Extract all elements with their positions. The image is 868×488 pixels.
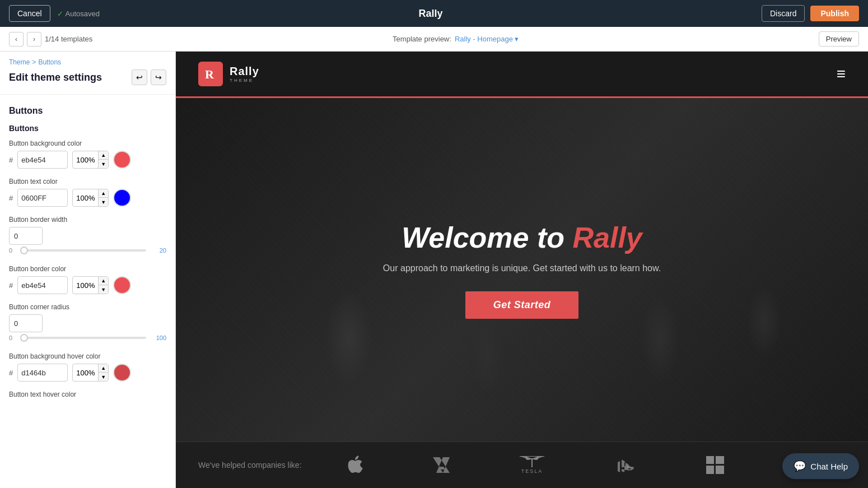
bg-hover-hex-input[interactable] [17, 364, 68, 382]
border-width-field: Button border width 0 20 [9, 216, 166, 256]
subsection-heading: Buttons [9, 124, 166, 133]
slider2-max-label: 100 [151, 334, 166, 341]
bg-color-hex-input[interactable] [17, 151, 68, 169]
bg-opacity-down-button[interactable]: ▼ [98, 160, 108, 169]
hero-title: Welcome to Rally [383, 221, 661, 254]
text-color-opacity-input[interactable] [73, 194, 98, 202]
corner-radius-input[interactable] [9, 314, 43, 332]
chat-icon: 💬 [794, 460, 806, 472]
svg-rect-3 [706, 456, 714, 464]
buttons-section: Buttons Buttons Button background color … [0, 97, 175, 398]
hero-content: Welcome to Rally Our approach to marketi… [383, 221, 661, 319]
adobe-logo [433, 457, 450, 473]
template-link[interactable]: Rally - Homepage ▾ [455, 35, 519, 43]
autosaved-indicator: ✓ Autosaved [57, 10, 100, 18]
border-color-hex-input[interactable] [17, 276, 68, 294]
windows-logo [706, 456, 724, 474]
border-opacity-up-button[interactable]: ▲ [98, 276, 108, 285]
bg-hover-color-label: Button background hover color [9, 352, 166, 360]
rally-logo-name: Rally [230, 65, 259, 78]
text-color-label: Button text color [9, 178, 166, 185]
bg-color-label: Button background color [9, 140, 166, 147]
chat-help-button[interactable]: 💬 Chat Help [782, 453, 859, 479]
breadcrumb: Theme > Buttons [0, 52, 175, 67]
text-opacity-down-button[interactable]: ▼ [98, 198, 108, 207]
svg-rect-6 [716, 466, 724, 474]
breadcrumb-theme-link[interactable]: Theme [9, 58, 30, 66]
next-template-button[interactable]: › [27, 32, 41, 47]
bg-hover-color-row: # ▲ ▼ [9, 364, 166, 382]
svg-rect-4 [716, 456, 724, 464]
bg-color-opacity-input[interactable] [73, 156, 98, 164]
check-icon: ✓ [57, 10, 63, 18]
section-heading: Buttons [9, 106, 166, 116]
text-color-row: # ▲ ▼ [9, 189, 166, 207]
rally-logo-text-wrap: Rally THEME [230, 65, 259, 83]
preview-button[interactable]: Preview [819, 31, 859, 47]
redo-button[interactable]: ↪ [151, 69, 166, 85]
border-opacity-down-button[interactable]: ▼ [98, 285, 108, 294]
breadcrumb-buttons: Buttons [38, 58, 61, 66]
text-color-opacity-wrap: ▲ ▼ [72, 189, 109, 207]
discard-button[interactable]: Discard [762, 5, 805, 22]
rally-footer: We've helped companies like: [176, 441, 868, 488]
border-width-slider-row: 0 20 [9, 245, 166, 256]
hamburger-icon[interactable]: ≡ [837, 65, 846, 83]
text-opacity-up-button[interactable]: ▲ [98, 189, 108, 198]
border-color-label: Button border color [9, 265, 166, 273]
footer-logos: TESLA [324, 456, 846, 475]
top-bar-right: Discard Publish [762, 5, 859, 22]
corner-radius-label: Button corner radius [9, 303, 166, 311]
text-color-hex-input[interactable] [17, 189, 68, 207]
corner-radius-slider[interactable] [20, 337, 146, 339]
border-width-input[interactable] [9, 227, 43, 245]
bg-hover-opacity-up-button[interactable]: ▲ [98, 364, 108, 373]
sidebar-edit-title: Edit theme settings [9, 72, 102, 83]
publish-button[interactable]: Publish [810, 6, 859, 21]
template-count: 1/14 templates [45, 35, 92, 43]
border-width-label: Button border width [9, 216, 166, 224]
bg-hover-color-swatch[interactable] [113, 364, 131, 382]
top-bar: Cancel ✓ Autosaved Rally Discard Publish [0, 0, 868, 27]
get-started-button[interactable]: Get Started [465, 291, 579, 319]
rally-logo-icon: R [198, 62, 223, 86]
rally-site-preview: R Rally THEME ≡ Welcome to Rally [176, 52, 868, 488]
preview-area: R Rally THEME ≡ Welcome to Rally [176, 52, 868, 488]
bg-hover-opacity-wrap: ▲ ▼ [72, 364, 109, 382]
corner-radius-slider-row: 0 100 [9, 332, 166, 343]
bg-color-swatch[interactable] [113, 151, 131, 169]
breadcrumb-separator: > [32, 58, 36, 66]
border-color-swatch[interactable] [113, 276, 131, 294]
bg-color-opacity-wrap: ▲ ▼ [72, 151, 109, 169]
main-layout: Theme > Buttons Edit theme settings ↩ ↪ … [0, 52, 868, 488]
text-hover-color-label: Button text hover color [9, 391, 166, 398]
border-color-opacity-input[interactable] [73, 281, 98, 290]
border-color-row: # ▲ ▼ [9, 276, 166, 294]
text-hover-color-field: Button text hover color [9, 391, 166, 398]
hero-subtitle: Our approach to marketing is unique. Get… [383, 263, 661, 273]
bg-hover-color-field: Button background hover color # ▲ ▼ [9, 352, 166, 382]
slider1-max-label: 20 [151, 247, 166, 254]
chat-label: Chat Help [810, 462, 848, 471]
svg-rect-5 [706, 466, 714, 474]
text-color-swatch[interactable] [113, 189, 131, 207]
undo-button[interactable]: ↩ [132, 69, 147, 85]
bg-opacity-up-button[interactable]: ▲ [98, 151, 108, 160]
rally-hero: Welcome to Rally Our approach to marketi… [176, 98, 868, 441]
bg-color-field: Button background color # ▲ ▼ [9, 140, 166, 169]
sidebar-header: Edit theme settings ↩ ↪ [0, 67, 175, 92]
top-bar-left: Cancel ✓ Autosaved [9, 5, 100, 22]
text-color-field: Button text color # ▲ ▼ [9, 178, 166, 207]
rally-r-icon: R [203, 66, 218, 82]
cancel-button[interactable]: Cancel [9, 5, 50, 22]
border-color-opacity-wrap: ▲ ▼ [72, 276, 109, 294]
svg-text:R: R [205, 67, 214, 81]
apple-logo [348, 456, 363, 475]
template-preview-info: Template preview: Rally - Homepage ▾ [393, 35, 519, 43]
rally-header: R Rally THEME ≡ [176, 52, 868, 98]
template-bar: ‹ › 1/14 templates Template preview: Ral… [0, 27, 868, 52]
prev-template-button[interactable]: ‹ [9, 32, 24, 47]
border-width-slider[interactable] [20, 249, 146, 252]
bg-hover-opacity-down-button[interactable]: ▼ [98, 373, 108, 382]
bg-hover-opacity-input[interactable] [73, 369, 98, 377]
